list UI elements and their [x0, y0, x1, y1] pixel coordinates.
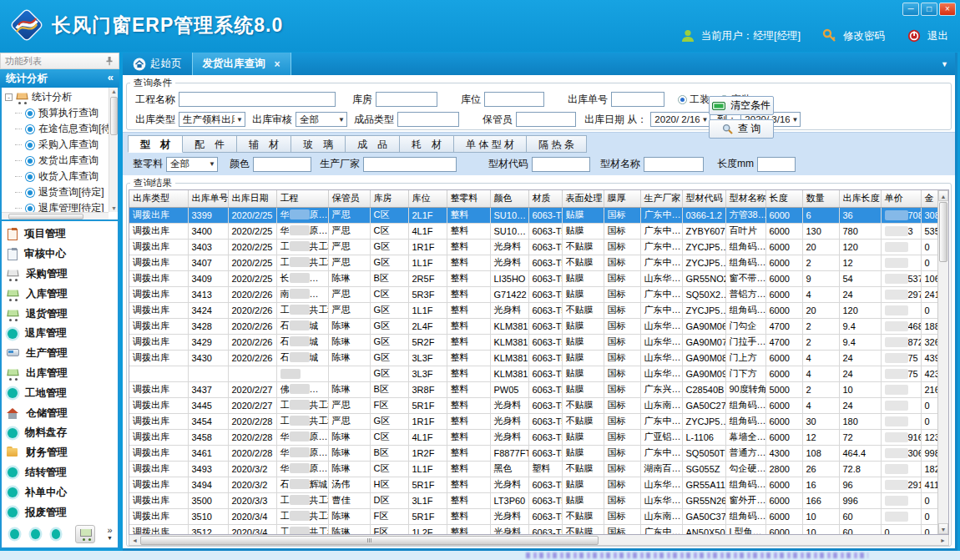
keeper-input[interactable] [516, 112, 576, 127]
column-header[interactable]: 出库类型 [129, 190, 188, 207]
column-header[interactable]: 金 [921, 190, 937, 207]
profile-name-input[interactable] [644, 157, 704, 172]
table-row[interactable]: 调拨出库34932020/3/2华原…陈琳C区1L1F整料黑色塑料不贴膜国标湖南… [129, 461, 937, 477]
sidebar-item-工地管理[interactable]: 工地管理 [7, 383, 116, 403]
tree-root-item[interactable]: - 统计分析 [3, 89, 118, 105]
column-header[interactable]: 型材代码 [682, 190, 725, 207]
tree-hscroll-thumb[interactable] [8, 214, 83, 219]
horizontal-scrollbar[interactable]: ◄ ► [129, 535, 949, 546]
column-header[interactable]: 单价 [881, 190, 921, 207]
table-row[interactable]: G区3L3F整料KLM38176063-T5贴膜国标山东华…GA90M09.门下… [129, 366, 937, 381]
color-input[interactable] [253, 157, 311, 172]
sidebar-item-物料盘存[interactable]: 物料盘存 [7, 423, 116, 443]
sidebar-item-生产管理[interactable]: 生产管理 [7, 344, 116, 364]
sidebar-item-退库管理[interactable]: 退库管理 [7, 324, 116, 344]
date-from-picker[interactable]: 2020/ 2/16 ▼ [650, 112, 710, 127]
material-tab-2[interactable]: 配 件 [183, 135, 237, 153]
vscroll-thumb[interactable] [939, 202, 947, 262]
table-row[interactable]: 调拨出库34542020/2/28工共工程严思G区1R1F整料光身料6063-T… [129, 413, 937, 429]
table-row[interactable]: 调拨出库34452020/2/27工共工程严思F区5R1F整料光身料6063-T… [129, 397, 937, 413]
sidebar-item-审核中心[interactable]: 审核中心 [7, 245, 116, 265]
column-header[interactable]: 工程 [276, 190, 328, 207]
table-row[interactable]: 调拨出库34372020/2/27佛…陈琳B区3R8F整料PW056063-T5… [129, 381, 937, 397]
change-password-link[interactable]: 修改密码 [843, 29, 885, 43]
tree-expand-icon[interactable]: - [5, 93, 13, 101]
hscroll-thumb[interactable] [140, 536, 599, 545]
sidebar-item-结转管理[interactable]: 结转管理 [7, 463, 116, 483]
clear-conditions-button[interactable]: 清空条件 [709, 96, 774, 115]
tree-item[interactable]: 在途信息查询[待 [3, 121, 118, 137]
column-header[interactable]: 膜厚 [604, 190, 640, 207]
table-row[interactable]: 调拨出库34242020/2/26工共工程严思G区1L1F整料光身料6063-T… [129, 302, 937, 318]
column-header[interactable]: 材质 [528, 190, 562, 207]
vertical-scrollbar[interactable]: ▲ ▼ [937, 190, 948, 534]
table-row[interactable]: 调拨出库34132020/2/26南…严思C区5R3F整料G714226063-… [129, 286, 937, 302]
column-header[interactable]: 出库长度 [839, 190, 881, 207]
scroll-right-icon[interactable]: ► [937, 537, 948, 543]
maximize-button[interactable]: □ [921, 3, 937, 16]
radio-work-clothes[interactable] [678, 95, 687, 104]
tabbar-dropdown-icon[interactable]: ▼ [941, 60, 948, 68]
table-row[interactable]: 调拨出库34582020/2/28华原…陈琳C区4L1F整料光身料6063-T5… [129, 429, 937, 445]
location-input[interactable] [484, 92, 544, 107]
column-header[interactable]: 颜色 [490, 190, 528, 207]
tab-close-icon[interactable]: × [275, 58, 280, 70]
product-type-input[interactable] [397, 112, 459, 127]
sidebar-item-仓储管理[interactable]: 仓储管理 [7, 403, 116, 423]
logout-link[interactable]: 退出 [927, 29, 948, 43]
table-row[interactable]: 调拨出库34032020/2/25工共工程严思G区1R1F整料光身料6063-T… [129, 239, 937, 255]
column-header[interactable]: 长度 [765, 190, 802, 207]
column-header[interactable]: 库房 [370, 190, 408, 207]
table-row[interactable]: 调拨出库34612020/2/28华原…陈琳B区1R2F整料F8877FT606… [129, 445, 937, 461]
table-row[interactable]: 调拨出库33992020/2/25华原…严思C区2L1F整料SU10…6063-… [129, 207, 937, 223]
outbound-type-select[interactable]: 生产领料出库 ▼ [179, 112, 245, 127]
minimize-button[interactable]: ─ [902, 3, 919, 16]
outbound-order-no-input[interactable] [611, 92, 664, 107]
material-tab-5[interactable]: 成 品 [346, 135, 400, 153]
menu-overflow-button[interactable]: » ▼ [107, 527, 113, 542]
column-header[interactable]: 整零料 [447, 190, 490, 207]
table-row[interactable]: 调拨出库34942020/3/2石辉城汤伟H区5R1F整料光身料6063-T5贴… [129, 477, 937, 492]
stats-section-header[interactable]: 统计分析 « [0, 69, 119, 88]
module-dot-icon[interactable] [31, 529, 40, 539]
tree-item[interactable]: 退货查询[待定] [3, 184, 118, 200]
tree-item[interactable]: 采购入库查询 [3, 137, 118, 153]
material-tab-7[interactable]: 单 体 型 材 [454, 135, 527, 153]
column-header[interactable]: 型材名称 [725, 190, 765, 207]
module-cart-button[interactable] [75, 525, 95, 543]
warehouse-input[interactable] [376, 92, 437, 107]
table-row[interactable]: 调拨出库34002020/2/25华原…严思C区4L1F整料SU10…6063-… [129, 223, 937, 239]
scroll-down-icon[interactable]: ▼ [938, 523, 948, 534]
tree-item[interactable]: 预算执行查询 [3, 105, 118, 121]
collapse-icon[interactable]: « [108, 69, 114, 88]
search-button[interactable]: 查 询 [709, 119, 774, 139]
tree-item[interactable]: 发货出库查询 [3, 153, 118, 169]
material-tab-4[interactable]: 玻 璃 [291, 135, 346, 153]
sidebar-item-补单中心[interactable]: 补单中心 [7, 482, 116, 502]
manufacturer-input[interactable] [363, 157, 457, 172]
tree-horizontal-scrollbar[interactable] [2, 212, 109, 219]
scroll-left-icon[interactable]: ◄ [129, 537, 140, 543]
tree-vertical-scrollbar[interactable]: ▲ ▼ [109, 88, 118, 212]
profile-code-input[interactable] [532, 157, 590, 172]
table-row[interactable]: 调拨出库34072020/2/25工共工程严思G区1L1F整料光身料6063-T… [129, 255, 937, 270]
tree-scroll-thumb[interactable] [110, 97, 118, 135]
outbound-audit-select[interactable]: 全部 ▼ [296, 112, 347, 127]
sidebar-item-采购管理[interactable]: 采购管理 [7, 265, 116, 285]
column-header[interactable]: 保管员 [328, 190, 370, 207]
material-tab-6[interactable]: 耗 材 [400, 135, 454, 153]
table-row[interactable]: 调拨出库34292020/2/26石城陈琳G区5R2F整料KLM38176063… [129, 334, 937, 350]
table-row[interactable]: 调拨出库35122020/3/4工共工程陈琳F区1L2F整料光身料6063-T5… [129, 524, 937, 534]
sidebar-item-退货管理[interactable]: 退货管理 [7, 304, 116, 324]
sidebar-item-项目管理[interactable]: 项目管理 [7, 225, 116, 245]
sidebar-item-入库管理[interactable]: 入库管理 [7, 284, 116, 304]
sidebar-item-财务管理[interactable]: 财务管理 [7, 443, 116, 463]
column-header[interactable]: 出库日期 [228, 190, 276, 207]
material-tab-8[interactable]: 隔 热 条 [527, 135, 587, 153]
module-dot-icon[interactable] [52, 529, 61, 539]
pin-icon[interactable] [104, 56, 114, 66]
tree-item[interactable]: 收货入库查询 [3, 169, 118, 184]
scroll-up-icon[interactable]: ▲ [109, 88, 119, 94]
column-header[interactable]: 库位 [408, 190, 447, 207]
close-button[interactable]: × [939, 3, 956, 16]
